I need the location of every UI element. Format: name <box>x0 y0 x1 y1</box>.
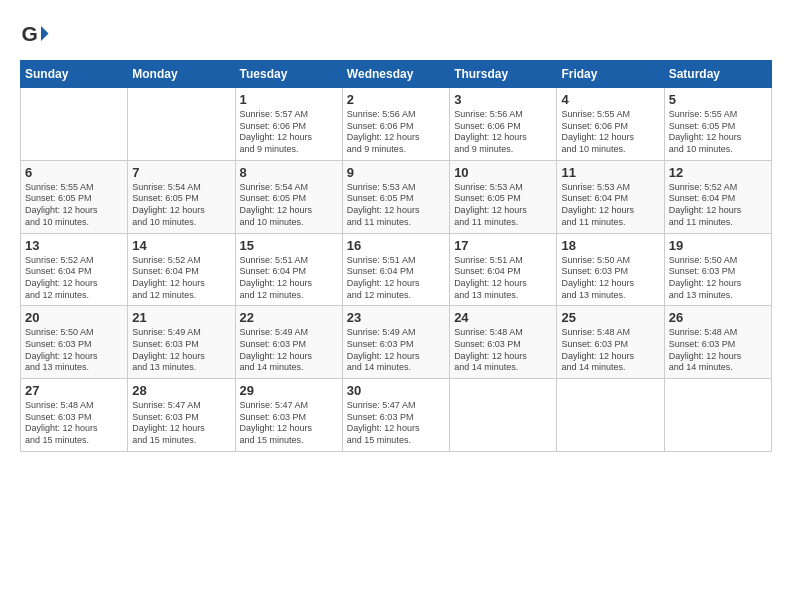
calendar-cell: 27Sunrise: 5:48 AM Sunset: 6:03 PM Dayli… <box>21 379 128 452</box>
day-number: 7 <box>132 165 230 180</box>
day-number: 9 <box>347 165 445 180</box>
calendar-cell: 28Sunrise: 5:47 AM Sunset: 6:03 PM Dayli… <box>128 379 235 452</box>
calendar-cell: 20Sunrise: 5:50 AM Sunset: 6:03 PM Dayli… <box>21 306 128 379</box>
day-info: Sunrise: 5:56 AM Sunset: 6:06 PM Dayligh… <box>454 109 552 156</box>
day-info: Sunrise: 5:55 AM Sunset: 6:06 PM Dayligh… <box>561 109 659 156</box>
day-number: 15 <box>240 238 338 253</box>
calendar-cell: 3Sunrise: 5:56 AM Sunset: 6:06 PM Daylig… <box>450 88 557 161</box>
calendar-week-2: 6Sunrise: 5:55 AM Sunset: 6:05 PM Daylig… <box>21 160 772 233</box>
day-number: 17 <box>454 238 552 253</box>
svg-text:G: G <box>22 22 38 45</box>
calendar-cell: 17Sunrise: 5:51 AM Sunset: 6:04 PM Dayli… <box>450 233 557 306</box>
calendar-week-5: 27Sunrise: 5:48 AM Sunset: 6:03 PM Dayli… <box>21 379 772 452</box>
day-number: 29 <box>240 383 338 398</box>
day-number: 21 <box>132 310 230 325</box>
day-number: 13 <box>25 238 123 253</box>
day-info: Sunrise: 5:56 AM Sunset: 6:06 PM Dayligh… <box>347 109 445 156</box>
day-info: Sunrise: 5:50 AM Sunset: 6:03 PM Dayligh… <box>25 327 123 374</box>
day-info: Sunrise: 5:53 AM Sunset: 6:04 PM Dayligh… <box>561 182 659 229</box>
calendar-cell: 4Sunrise: 5:55 AM Sunset: 6:06 PM Daylig… <box>557 88 664 161</box>
day-number: 14 <box>132 238 230 253</box>
day-number: 11 <box>561 165 659 180</box>
calendar-cell: 25Sunrise: 5:48 AM Sunset: 6:03 PM Dayli… <box>557 306 664 379</box>
day-info: Sunrise: 5:53 AM Sunset: 6:05 PM Dayligh… <box>454 182 552 229</box>
calendar-cell: 29Sunrise: 5:47 AM Sunset: 6:03 PM Dayli… <box>235 379 342 452</box>
calendar-cell: 6Sunrise: 5:55 AM Sunset: 6:05 PM Daylig… <box>21 160 128 233</box>
calendar-cell <box>664 379 771 452</box>
day-info: Sunrise: 5:52 AM Sunset: 6:04 PM Dayligh… <box>669 182 767 229</box>
day-header-tuesday: Tuesday <box>235 61 342 88</box>
day-info: Sunrise: 5:47 AM Sunset: 6:03 PM Dayligh… <box>347 400 445 447</box>
day-number: 19 <box>669 238 767 253</box>
day-info: Sunrise: 5:48 AM Sunset: 6:03 PM Dayligh… <box>25 400 123 447</box>
calendar-cell: 10Sunrise: 5:53 AM Sunset: 6:05 PM Dayli… <box>450 160 557 233</box>
day-number: 20 <box>25 310 123 325</box>
calendar-cell: 16Sunrise: 5:51 AM Sunset: 6:04 PM Dayli… <box>342 233 449 306</box>
calendar-cell: 8Sunrise: 5:54 AM Sunset: 6:05 PM Daylig… <box>235 160 342 233</box>
day-info: Sunrise: 5:52 AM Sunset: 6:04 PM Dayligh… <box>25 255 123 302</box>
day-number: 28 <box>132 383 230 398</box>
calendar-cell: 11Sunrise: 5:53 AM Sunset: 6:04 PM Dayli… <box>557 160 664 233</box>
day-number: 10 <box>454 165 552 180</box>
day-header-friday: Friday <box>557 61 664 88</box>
calendar-cell: 26Sunrise: 5:48 AM Sunset: 6:03 PM Dayli… <box>664 306 771 379</box>
day-number: 3 <box>454 92 552 107</box>
day-info: Sunrise: 5:53 AM Sunset: 6:05 PM Dayligh… <box>347 182 445 229</box>
day-info: Sunrise: 5:47 AM Sunset: 6:03 PM Dayligh… <box>240 400 338 447</box>
day-header-monday: Monday <box>128 61 235 88</box>
day-number: 27 <box>25 383 123 398</box>
calendar-cell: 7Sunrise: 5:54 AM Sunset: 6:05 PM Daylig… <box>128 160 235 233</box>
calendar-cell: 21Sunrise: 5:49 AM Sunset: 6:03 PM Dayli… <box>128 306 235 379</box>
day-info: Sunrise: 5:55 AM Sunset: 6:05 PM Dayligh… <box>25 182 123 229</box>
logo-icon: G <box>20 20 50 50</box>
calendar-cell <box>450 379 557 452</box>
day-info: Sunrise: 5:54 AM Sunset: 6:05 PM Dayligh… <box>132 182 230 229</box>
calendar-cell: 18Sunrise: 5:50 AM Sunset: 6:03 PM Dayli… <box>557 233 664 306</box>
calendar-cell: 12Sunrise: 5:52 AM Sunset: 6:04 PM Dayli… <box>664 160 771 233</box>
day-header-saturday: Saturday <box>664 61 771 88</box>
calendar-header-row: SundayMondayTuesdayWednesdayThursdayFrid… <box>21 61 772 88</box>
calendar-cell: 24Sunrise: 5:48 AM Sunset: 6:03 PM Dayli… <box>450 306 557 379</box>
day-number: 8 <box>240 165 338 180</box>
calendar-cell: 9Sunrise: 5:53 AM Sunset: 6:05 PM Daylig… <box>342 160 449 233</box>
day-info: Sunrise: 5:51 AM Sunset: 6:04 PM Dayligh… <box>240 255 338 302</box>
day-number: 2 <box>347 92 445 107</box>
calendar-cell: 22Sunrise: 5:49 AM Sunset: 6:03 PM Dayli… <box>235 306 342 379</box>
calendar-cell <box>557 379 664 452</box>
calendar-cell <box>128 88 235 161</box>
calendar-cell: 14Sunrise: 5:52 AM Sunset: 6:04 PM Dayli… <box>128 233 235 306</box>
day-info: Sunrise: 5:54 AM Sunset: 6:05 PM Dayligh… <box>240 182 338 229</box>
calendar-cell: 23Sunrise: 5:49 AM Sunset: 6:03 PM Dayli… <box>342 306 449 379</box>
day-number: 25 <box>561 310 659 325</box>
day-info: Sunrise: 5:49 AM Sunset: 6:03 PM Dayligh… <box>240 327 338 374</box>
calendar-table: SundayMondayTuesdayWednesdayThursdayFrid… <box>20 60 772 452</box>
calendar-cell: 30Sunrise: 5:47 AM Sunset: 6:03 PM Dayli… <box>342 379 449 452</box>
calendar-cell: 5Sunrise: 5:55 AM Sunset: 6:05 PM Daylig… <box>664 88 771 161</box>
day-info: Sunrise: 5:50 AM Sunset: 6:03 PM Dayligh… <box>669 255 767 302</box>
day-number: 12 <box>669 165 767 180</box>
day-info: Sunrise: 5:50 AM Sunset: 6:03 PM Dayligh… <box>561 255 659 302</box>
day-number: 6 <box>25 165 123 180</box>
day-info: Sunrise: 5:52 AM Sunset: 6:04 PM Dayligh… <box>132 255 230 302</box>
day-number: 22 <box>240 310 338 325</box>
day-info: Sunrise: 5:51 AM Sunset: 6:04 PM Dayligh… <box>347 255 445 302</box>
day-header-wednesday: Wednesday <box>342 61 449 88</box>
day-info: Sunrise: 5:55 AM Sunset: 6:05 PM Dayligh… <box>669 109 767 156</box>
day-info: Sunrise: 5:48 AM Sunset: 6:03 PM Dayligh… <box>669 327 767 374</box>
day-number: 1 <box>240 92 338 107</box>
calendar-cell <box>21 88 128 161</box>
day-info: Sunrise: 5:57 AM Sunset: 6:06 PM Dayligh… <box>240 109 338 156</box>
calendar-week-3: 13Sunrise: 5:52 AM Sunset: 6:04 PM Dayli… <box>21 233 772 306</box>
day-number: 24 <box>454 310 552 325</box>
day-number: 30 <box>347 383 445 398</box>
day-number: 4 <box>561 92 659 107</box>
calendar-cell: 2Sunrise: 5:56 AM Sunset: 6:06 PM Daylig… <box>342 88 449 161</box>
calendar-cell: 13Sunrise: 5:52 AM Sunset: 6:04 PM Dayli… <box>21 233 128 306</box>
calendar-cell: 1Sunrise: 5:57 AM Sunset: 6:06 PM Daylig… <box>235 88 342 161</box>
day-info: Sunrise: 5:48 AM Sunset: 6:03 PM Dayligh… <box>454 327 552 374</box>
day-number: 26 <box>669 310 767 325</box>
day-info: Sunrise: 5:48 AM Sunset: 6:03 PM Dayligh… <box>561 327 659 374</box>
calendar-week-4: 20Sunrise: 5:50 AM Sunset: 6:03 PM Dayli… <box>21 306 772 379</box>
day-header-thursday: Thursday <box>450 61 557 88</box>
page-header: G <box>20 20 772 50</box>
